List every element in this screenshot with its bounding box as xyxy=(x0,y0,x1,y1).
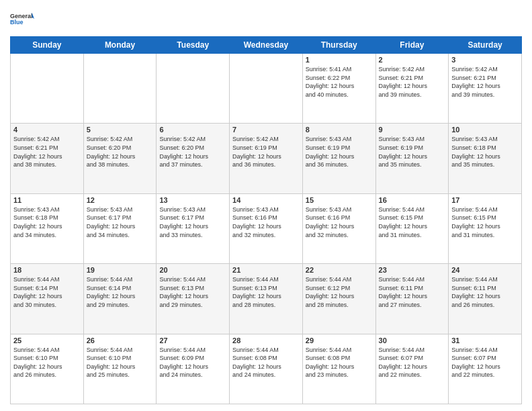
day-number: 12 xyxy=(87,196,154,204)
calendar-cell: 8Sunrise: 5:43 AM Sunset: 6:19 PM Daylig… xyxy=(302,124,375,193)
day-number: 16 xyxy=(379,196,446,204)
calendar-cell: 7Sunrise: 5:42 AM Sunset: 6:19 PM Daylig… xyxy=(230,124,303,193)
day-info: Sunrise: 5:44 AM Sunset: 6:14 PM Dayligh… xyxy=(87,275,154,309)
day-info: Sunrise: 5:42 AM Sunset: 6:21 PM Dayligh… xyxy=(13,135,81,169)
calendar-week-row: 1Sunrise: 5:41 AM Sunset: 6:22 PM Daylig… xyxy=(11,54,522,124)
day-info: Sunrise: 5:44 AM Sunset: 6:08 PM Dayligh… xyxy=(306,346,373,379)
day-info: Sunrise: 5:44 AM Sunset: 6:12 PM Dayligh… xyxy=(306,275,373,309)
page: General Blue SundayMondayTuesdayWednesda… xyxy=(0,0,532,411)
day-info: Sunrise: 5:44 AM Sunset: 6:15 PM Dayligh… xyxy=(379,205,446,239)
logo-svg: General Blue xyxy=(10,7,34,31)
day-number: 9 xyxy=(379,126,446,134)
calendar-cell: 26Sunrise: 5:44 AM Sunset: 6:10 PM Dayli… xyxy=(83,334,157,404)
day-info: Sunrise: 5:44 AM Sunset: 6:10 PM Dayligh… xyxy=(87,346,154,379)
day-info: Sunrise: 5:41 AM Sunset: 6:22 PM Dayligh… xyxy=(306,65,373,99)
day-number: 22 xyxy=(306,266,373,274)
day-info: Sunrise: 5:43 AM Sunset: 6:17 PM Dayligh… xyxy=(159,205,226,239)
day-number: 24 xyxy=(451,266,519,274)
calendar-cell: 23Sunrise: 5:44 AM Sunset: 6:11 PM Dayli… xyxy=(375,264,449,334)
calendar-day-header: Monday xyxy=(83,37,157,54)
calendar-cell: 11Sunrise: 5:43 AM Sunset: 6:18 PM Dayli… xyxy=(11,193,84,263)
day-info: Sunrise: 5:44 AM Sunset: 6:07 PM Dayligh… xyxy=(379,346,446,379)
day-number: 3 xyxy=(451,56,519,64)
calendar-header-row: SundayMondayTuesdayWednesdayThursdayFrid… xyxy=(11,37,522,54)
day-number: 31 xyxy=(451,336,519,345)
calendar-cell: 1Sunrise: 5:41 AM Sunset: 6:22 PM Daylig… xyxy=(302,54,375,124)
header: General Blue xyxy=(10,7,522,31)
day-number: 30 xyxy=(379,336,446,345)
day-info: Sunrise: 5:44 AM Sunset: 6:09 PM Dayligh… xyxy=(159,346,226,379)
calendar-cell xyxy=(83,54,157,124)
calendar-cell: 16Sunrise: 5:44 AM Sunset: 6:15 PM Dayli… xyxy=(375,193,449,263)
calendar-week-row: 4Sunrise: 5:42 AM Sunset: 6:21 PM Daylig… xyxy=(11,124,522,193)
day-info: Sunrise: 5:44 AM Sunset: 6:07 PM Dayligh… xyxy=(451,346,519,379)
day-number: 29 xyxy=(306,336,373,345)
calendar-cell: 5Sunrise: 5:42 AM Sunset: 6:20 PM Daylig… xyxy=(83,124,157,193)
calendar-cell: 3Sunrise: 5:42 AM Sunset: 6:21 PM Daylig… xyxy=(449,54,522,124)
day-number: 27 xyxy=(159,336,226,345)
svg-text:General: General xyxy=(10,13,33,19)
day-number: 5 xyxy=(87,126,154,134)
day-number: 11 xyxy=(13,196,81,204)
day-number: 1 xyxy=(306,56,373,64)
day-number: 21 xyxy=(232,266,300,274)
day-info: Sunrise: 5:44 AM Sunset: 6:13 PM Dayligh… xyxy=(159,275,226,309)
day-info: Sunrise: 5:43 AM Sunset: 6:18 PM Dayligh… xyxy=(13,205,81,239)
day-number: 15 xyxy=(306,196,373,204)
day-info: Sunrise: 5:44 AM Sunset: 6:11 PM Dayligh… xyxy=(379,275,446,309)
day-info: Sunrise: 5:44 AM Sunset: 6:10 PM Dayligh… xyxy=(13,346,81,379)
day-number: 14 xyxy=(232,196,300,204)
day-number: 6 xyxy=(159,126,226,134)
calendar-day-header: Saturday xyxy=(449,37,522,54)
day-number: 19 xyxy=(87,266,154,274)
day-number: 18 xyxy=(13,266,81,274)
day-number: 13 xyxy=(159,196,226,204)
calendar-cell: 6Sunrise: 5:42 AM Sunset: 6:20 PM Daylig… xyxy=(157,124,230,193)
calendar-cell xyxy=(230,54,303,124)
calendar-cell: 31Sunrise: 5:44 AM Sunset: 6:07 PM Dayli… xyxy=(449,334,522,404)
day-info: Sunrise: 5:44 AM Sunset: 6:08 PM Dayligh… xyxy=(232,346,300,379)
calendar-cell: 20Sunrise: 5:44 AM Sunset: 6:13 PM Dayli… xyxy=(157,264,230,334)
calendar-cell: 30Sunrise: 5:44 AM Sunset: 6:07 PM Dayli… xyxy=(375,334,449,404)
day-info: Sunrise: 5:42 AM Sunset: 6:21 PM Dayligh… xyxy=(451,65,519,99)
day-number: 26 xyxy=(87,336,154,345)
day-number: 25 xyxy=(13,336,81,345)
calendar-cell: 25Sunrise: 5:44 AM Sunset: 6:10 PM Dayli… xyxy=(11,334,84,404)
day-info: Sunrise: 5:44 AM Sunset: 6:15 PM Dayligh… xyxy=(451,205,519,239)
calendar-cell xyxy=(11,54,84,124)
calendar-cell: 29Sunrise: 5:44 AM Sunset: 6:08 PM Dayli… xyxy=(302,334,375,404)
calendar-day-header: Tuesday xyxy=(157,37,230,54)
day-info: Sunrise: 5:42 AM Sunset: 6:19 PM Dayligh… xyxy=(232,135,300,169)
day-number: 2 xyxy=(379,56,446,64)
day-info: Sunrise: 5:43 AM Sunset: 6:16 PM Dayligh… xyxy=(232,205,300,239)
calendar-cell: 27Sunrise: 5:44 AM Sunset: 6:09 PM Dayli… xyxy=(157,334,230,404)
calendar-cell: 10Sunrise: 5:43 AM Sunset: 6:18 PM Dayli… xyxy=(449,124,522,193)
calendar-cell: 4Sunrise: 5:42 AM Sunset: 6:21 PM Daylig… xyxy=(11,124,84,193)
calendar-table: SundayMondayTuesdayWednesdayThursdayFrid… xyxy=(10,36,522,404)
calendar-day-header: Friday xyxy=(375,37,449,54)
day-number: 28 xyxy=(232,336,300,345)
calendar-cell: 19Sunrise: 5:44 AM Sunset: 6:14 PM Dayli… xyxy=(83,264,157,334)
day-number: 17 xyxy=(451,196,519,204)
calendar-cell: 24Sunrise: 5:44 AM Sunset: 6:11 PM Dayli… xyxy=(449,264,522,334)
calendar-cell: 17Sunrise: 5:44 AM Sunset: 6:15 PM Dayli… xyxy=(449,193,522,263)
day-number: 10 xyxy=(451,126,519,134)
day-number: 8 xyxy=(306,126,373,134)
day-info: Sunrise: 5:43 AM Sunset: 6:17 PM Dayligh… xyxy=(87,205,154,239)
day-number: 23 xyxy=(379,266,446,274)
calendar-cell: 28Sunrise: 5:44 AM Sunset: 6:08 PM Dayli… xyxy=(230,334,303,404)
svg-text:Blue: Blue xyxy=(10,19,24,26)
day-info: Sunrise: 5:44 AM Sunset: 6:13 PM Dayligh… xyxy=(232,275,300,309)
calendar-day-header: Thursday xyxy=(302,37,375,54)
day-info: Sunrise: 5:43 AM Sunset: 6:16 PM Dayligh… xyxy=(306,205,373,239)
calendar-cell: 14Sunrise: 5:43 AM Sunset: 6:16 PM Dayli… xyxy=(230,193,303,263)
calendar-cell: 9Sunrise: 5:43 AM Sunset: 6:19 PM Daylig… xyxy=(375,124,449,193)
day-info: Sunrise: 5:43 AM Sunset: 6:19 PM Dayligh… xyxy=(306,135,373,169)
calendar-cell: 21Sunrise: 5:44 AM Sunset: 6:13 PM Dayli… xyxy=(230,264,303,334)
day-number: 20 xyxy=(159,266,226,274)
calendar-cell: 13Sunrise: 5:43 AM Sunset: 6:17 PM Dayli… xyxy=(157,193,230,263)
calendar-cell: 15Sunrise: 5:43 AM Sunset: 6:16 PM Dayli… xyxy=(302,193,375,263)
calendar-cell: 22Sunrise: 5:44 AM Sunset: 6:12 PM Dayli… xyxy=(302,264,375,334)
day-info: Sunrise: 5:42 AM Sunset: 6:21 PM Dayligh… xyxy=(379,65,446,99)
calendar-cell: 18Sunrise: 5:44 AM Sunset: 6:14 PM Dayli… xyxy=(11,264,84,334)
